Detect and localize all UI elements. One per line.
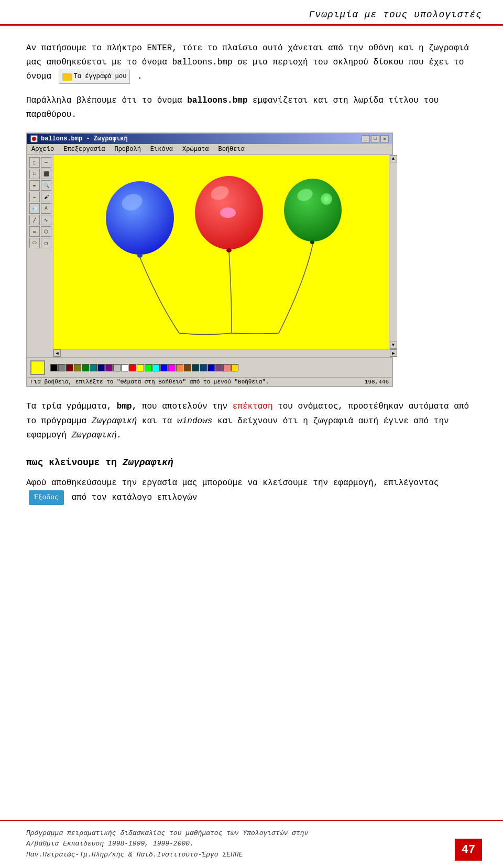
color-swatch[interactable] [82, 364, 89, 371]
menu-edit[interactable]: Επεξεργασία [61, 145, 107, 153]
color-swatch[interactable] [231, 364, 238, 371]
tool-pencil[interactable]: ✏ [29, 192, 40, 202]
color-swatch[interactable] [66, 364, 73, 371]
paint-colorbar [27, 357, 392, 377]
tool-ellipse[interactable]: ⬭ [29, 238, 40, 248]
exodus-button[interactable]: Έξοδος [29, 490, 64, 505]
page-footer: Πρόγραμμα πειραματικής διδασκαλίας του μ… [0, 820, 503, 868]
menu-colors[interactable]: Χρώματα [180, 145, 211, 153]
color-swatch[interactable] [105, 364, 113, 371]
paint-titlebar: ballons.bmp - Ζωγραφική _ □ ✕ [27, 134, 392, 144]
tool-eraser[interactable]: □ [29, 169, 40, 179]
color-swatch[interactable] [145, 364, 152, 371]
balloon-blue-shine [119, 191, 145, 213]
color-swatch[interactable] [207, 364, 215, 371]
scroll-up-button[interactable]: ▲ [390, 155, 397, 162]
scroll-down-button[interactable]: ▼ [390, 342, 397, 349]
balloon-red [195, 176, 263, 249]
section-heading: πως κλείνουμε τη Ζωγραφική [26, 457, 477, 468]
page-number-box: 47 [455, 839, 482, 861]
tool-rect[interactable]: ▭ [29, 226, 40, 237]
color-swatch[interactable] [215, 364, 223, 371]
minimize-button[interactable]: _ [362, 135, 370, 142]
para4-end: από τον κατάλογο επιλογών [71, 493, 197, 502]
color-swatch[interactable] [184, 364, 191, 371]
color-swatch[interactable] [152, 364, 160, 371]
color-swatch[interactable] [121, 364, 128, 371]
color-swatch[interactable] [223, 364, 231, 371]
para3-epektasi: επέκταση [233, 402, 273, 411]
tool-airbrush[interactable]: 💨 [29, 203, 40, 214]
color-swatch[interactable] [97, 364, 105, 371]
tool-polygon[interactable]: ⬡ [41, 226, 51, 237]
canvas-wrap: ▲ ▼ [53, 155, 397, 349]
balloon-green-spot [321, 193, 332, 205]
tool-rounded-rect[interactable]: ▢ [41, 238, 51, 248]
paragraph-1: Αν πατήσουμε το πλήκτρο ENTER, τότε το π… [26, 41, 477, 84]
color-swatch[interactable] [137, 364, 144, 371]
scroll-right-button[interactable]: ▶ [390, 349, 397, 357]
color-swatch[interactable] [129, 364, 136, 371]
color-swatch[interactable] [160, 364, 168, 371]
para3-italic2: windows [177, 416, 212, 426]
para4-start: Αφού αποθηκεύσουμε την εργασία μας μπορο… [26, 478, 439, 488]
close-button[interactable]: ✕ [380, 135, 389, 142]
current-color [30, 360, 45, 375]
my-documents-icon: Τα έγγραφά μου [59, 70, 130, 83]
paint-window-title: ballons.bmp - Ζωγραφική [41, 135, 128, 142]
scroll-left-button[interactable]: ◀ [53, 349, 61, 357]
para2-start: Παράλληλα βλέπουμε ότι το όνομα [26, 96, 182, 105]
svg-point-1 [32, 137, 36, 141]
tool-eyedropper[interactable]: ✒ [29, 180, 40, 191]
paint-toolbar: ⬚ ⋯ □ ⬛ ✒ 🔍 ✏ 🖌 💨 A ╱ ∿ ▭ ⬡ ⬭ ▢ [27, 155, 53, 357]
paragraph-4: Αφού αποθηκεύσουμε την εργασία μας μπορο… [26, 476, 477, 506]
paragraph-2: Παράλληλα βλέπουμε ότι το όνομα balloons… [26, 94, 477, 122]
footer-line2: Α/βάθμια Εκπαίδευση 1998-1999, 1999-2000… [26, 839, 308, 850]
balloon-red-shine [209, 184, 231, 202]
para3-italic1: Ζωγραφική [92, 416, 137, 426]
tool-fill[interactable]: ⬛ [41, 169, 51, 179]
color-palette [50, 364, 238, 371]
color-swatch[interactable] [90, 364, 97, 371]
tool-magnify[interactable]: 🔍 [41, 180, 51, 191]
folder-icon [62, 73, 72, 81]
color-swatch[interactable] [168, 364, 176, 371]
menu-view[interactable]: Προβολή [112, 145, 143, 153]
color-swatch[interactable] [50, 364, 58, 371]
balloon-red-knot [226, 248, 232, 252]
tool-select-rect[interactable]: ⬚ [29, 157, 40, 168]
statusbar-hint: Για βοήθεια, επιλέξτε το "Θέματα στη Βοή… [30, 379, 269, 385]
tool-select-free[interactable]: ⋯ [41, 157, 51, 168]
scroll-horiz-track [61, 349, 390, 357]
paint-scrollbar-bottom: ◀ ▶ [53, 349, 397, 357]
tool-curve[interactable]: ∿ [41, 215, 51, 225]
color-swatch[interactable] [176, 364, 183, 371]
menu-image[interactable]: Εικόνα [148, 145, 175, 153]
para1-end: . [137, 72, 143, 82]
para3-italic3: Ζωγραφική. [71, 431, 122, 440]
paint-menubar: Αρχείο Επεξεργασία Προβολή Εικόνα Χρώματ… [27, 144, 392, 155]
color-swatch[interactable] [113, 364, 121, 371]
footer-text: Πρόγραμμα πειραματικής διδασκαλίας του μ… [26, 828, 308, 861]
color-swatch[interactable] [58, 364, 65, 371]
color-swatch[interactable] [74, 364, 81, 371]
maximize-button[interactable]: □ [371, 135, 379, 142]
header-title: Γνωριμία με τους υπολογιστές [309, 9, 482, 20]
tool-line[interactable]: ╱ [29, 215, 40, 225]
paint-window: ballons.bmp - Ζωγραφική _ □ ✕ Αρχείο Επε… [26, 133, 393, 387]
tool-text[interactable]: A [41, 203, 51, 214]
section-heading-text: πως κλείνουμε τη Ζωγραφική [26, 457, 173, 468]
menu-help[interactable]: Βοήθεια [216, 145, 247, 153]
balloon-red-oval [220, 207, 236, 218]
menu-file[interactable]: Αρχείο [29, 145, 56, 153]
tool-brush[interactable]: 🖌 [41, 192, 51, 202]
color-swatch[interactable] [200, 364, 207, 371]
page-header: Γνωριμία με τους υπολογιστές [0, 0, 503, 26]
balloon-green-knot [310, 240, 314, 244]
paint-titlebar-buttons: _ □ ✕ [362, 135, 389, 142]
color-swatch[interactable] [192, 364, 199, 371]
main-content: Αν πατήσουμε το πλήκτρο ENTER, τότε το π… [0, 26, 503, 525]
paint-scrollbar-right[interactable]: ▲ ▼ [389, 155, 397, 349]
para2-bold: balloons.bmp [187, 96, 247, 105]
para3-bmp: bmp, [117, 402, 137, 411]
